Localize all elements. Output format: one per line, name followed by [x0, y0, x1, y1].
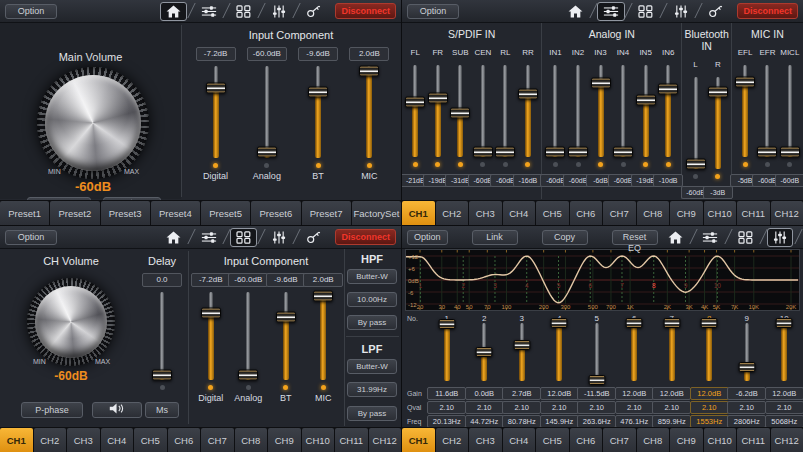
mute-button[interactable] — [92, 402, 142, 418]
nav-tab-eq[interactable] — [763, 226, 798, 248]
nav-tab-mixer[interactable] — [593, 0, 628, 22]
channel-tab-ch12[interactable]: CH12 — [771, 201, 803, 225]
channel-tab-ch7[interactable]: CH7 — [603, 428, 636, 452]
fader[interactable] — [308, 66, 328, 158]
option-button[interactable]: Option — [407, 4, 459, 19]
slider-thumb[interactable] — [738, 362, 755, 372]
nav-tab-home[interactable] — [558, 0, 593, 22]
fader[interactable] — [428, 65, 448, 157]
channel-tab-ch5[interactable]: CH5 — [536, 201, 569, 225]
disconnect-button[interactable]: Disconnect — [335, 229, 396, 245]
fader[interactable] — [545, 65, 565, 157]
slider-thumb[interactable] — [518, 89, 538, 100]
nav-tab-matrix[interactable] — [728, 226, 763, 248]
band-gain-value[interactable]: 12.0dB — [652, 387, 691, 400]
channel-tab-ch3[interactable]: CH3 — [67, 428, 100, 452]
slider-thumb[interactable] — [201, 308, 221, 319]
band-q-value[interactable]: 2.10 — [502, 401, 541, 414]
channel-tab-ch4[interactable]: CH4 — [503, 201, 536, 225]
nav-tab-eq[interactable] — [261, 226, 296, 248]
nav-tab-key[interactable] — [698, 0, 733, 22]
slider-thumb[interactable] — [238, 369, 258, 380]
fader[interactable] — [405, 65, 425, 157]
band-freq-value[interactable]: 5068Hz — [765, 415, 803, 428]
preset-tab-preset4[interactable]: Preset4 — [151, 201, 200, 225]
band-q-value[interactable]: 2.10 — [465, 401, 504, 414]
disconnect-button[interactable]: Disconnect — [737, 3, 798, 19]
nav-tab-mixer[interactable] — [191, 226, 226, 248]
fader[interactable] — [708, 77, 728, 169]
slider-thumb[interactable] — [780, 147, 800, 158]
fader[interactable] — [512, 323, 532, 381]
band-freq-value[interactable]: 1553Hz — [690, 415, 729, 428]
fader[interactable] — [568, 65, 588, 157]
slider-thumb[interactable] — [757, 147, 777, 158]
fader[interactable] — [313, 292, 333, 380]
band-gain-value[interactable]: 0.0dB — [465, 387, 504, 400]
slider-thumb[interactable] — [626, 318, 643, 328]
channel-tab-ch12[interactable]: CH12 — [369, 428, 402, 452]
preset-tab-preset5[interactable]: Preset5 — [201, 201, 250, 225]
band-gain-value[interactable]: -6.2dB — [727, 387, 766, 400]
slider-thumb[interactable] — [473, 147, 493, 158]
band-gain-value[interactable]: 12.0dB — [690, 387, 729, 400]
nav-tab-home[interactable] — [156, 226, 191, 248]
channel-tab-ch11[interactable]: CH11 — [737, 428, 770, 452]
slider-thumb[interactable] — [686, 159, 706, 170]
fader[interactable] — [257, 66, 277, 158]
band-freq-value[interactable]: 859.9Hz — [652, 415, 691, 428]
fader[interactable] — [152, 292, 172, 380]
channel-tab-ch2[interactable]: CH2 — [436, 201, 469, 225]
lpf-type-button[interactable]: Butter-W — [347, 359, 397, 374]
fader[interactable] — [549, 323, 569, 381]
channel-tab-ch1[interactable]: CH1 — [402, 428, 435, 452]
channel-tab-ch5[interactable]: CH5 — [134, 428, 167, 452]
fader[interactable] — [206, 66, 226, 158]
channel-tab-ch12[interactable]: CH12 — [771, 428, 803, 452]
option-button[interactable]: Option — [5, 4, 57, 19]
ms-unit-button[interactable]: Ms — [145, 402, 179, 418]
band-q-value[interactable]: 2.10 — [765, 401, 803, 414]
channel-tab-ch8[interactable]: CH8 — [637, 428, 670, 452]
channel-tab-ch9[interactable]: CH9 — [268, 428, 301, 452]
slider-thumb[interactable] — [701, 318, 718, 328]
nav-tab-mixer[interactable] — [693, 226, 728, 248]
fader[interactable] — [662, 323, 682, 381]
channel-tab-ch8[interactable]: CH8 — [637, 201, 670, 225]
nav-tab-key[interactable] — [798, 226, 803, 248]
fader[interactable] — [737, 323, 757, 381]
slider-thumb[interactable] — [588, 375, 605, 385]
slider-thumb[interactable] — [276, 311, 296, 322]
preset-tab-preset7[interactable]: Preset7 — [302, 201, 351, 225]
channel-tab-ch11[interactable]: CH11 — [335, 428, 368, 452]
channel-tab-ch6[interactable]: CH6 — [570, 201, 603, 225]
band-freq-value[interactable]: 44.72Hz — [465, 415, 504, 428]
slider-thumb[interactable] — [152, 369, 172, 380]
fader[interactable] — [437, 323, 457, 381]
slider-thumb[interactable] — [551, 318, 568, 328]
fader[interactable] — [473, 65, 493, 157]
fader[interactable] — [474, 323, 494, 381]
channel-tab-ch7[interactable]: CH7 — [201, 428, 234, 452]
channel-tab-ch6[interactable]: CH6 — [570, 428, 603, 452]
fader[interactable] — [780, 65, 800, 157]
slider-thumb[interactable] — [450, 107, 470, 118]
lpf-freq-button[interactable]: 31.99Hz — [347, 382, 397, 397]
link-button[interactable]: Link — [472, 230, 518, 245]
fader[interactable] — [699, 323, 719, 381]
slider-thumb[interactable] — [663, 318, 680, 328]
fader[interactable] — [201, 292, 221, 380]
channel-tab-ch1[interactable]: CH1 — [0, 428, 33, 452]
band-freq-value[interactable]: 80.78Hz — [502, 415, 541, 428]
eq-response-graph[interactable]: +12+60dB-6-1220304050701002003005007001K… — [405, 249, 800, 311]
slider-thumb[interactable] — [359, 65, 379, 76]
preset-tab-preset6[interactable]: Preset6 — [251, 201, 300, 225]
nav-tab-home[interactable] — [156, 0, 191, 22]
band-q-value[interactable]: 2.10 — [615, 401, 654, 414]
band-gain-value[interactable]: 12.0dB — [540, 387, 579, 400]
reset-eq-button[interactable]: Reset EQ — [612, 230, 658, 245]
nav-tab-eq[interactable] — [261, 0, 296, 22]
slider-thumb[interactable] — [257, 147, 277, 158]
slider-thumb[interactable] — [313, 291, 333, 302]
fader[interactable] — [518, 65, 538, 157]
